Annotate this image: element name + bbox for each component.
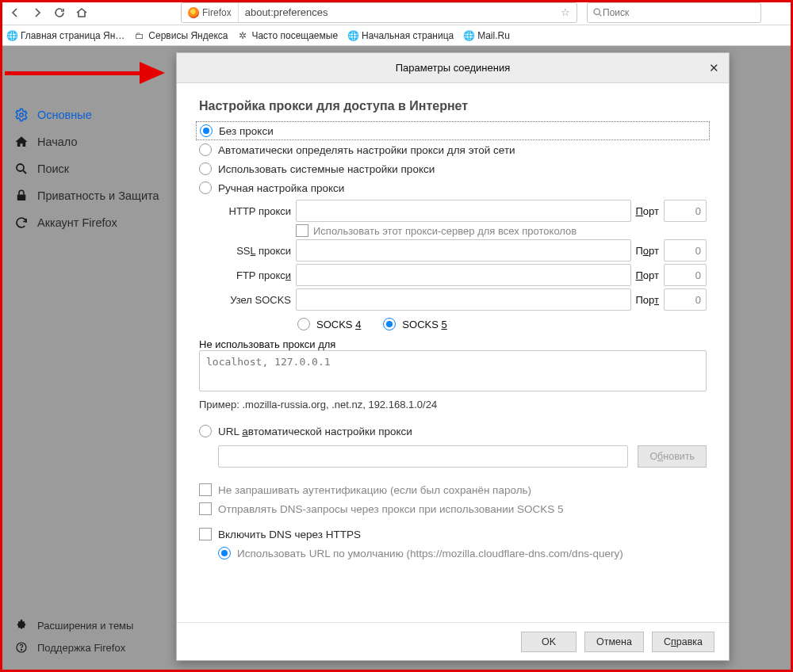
- sidebar-item-general[interactable]: Основные: [2, 101, 177, 128]
- gear-icon: ✲: [237, 30, 248, 41]
- search-input[interactable]: [603, 7, 756, 18]
- check-no-auth[interactable]: Не запрашивать аутентификацию (если был …: [199, 480, 707, 499]
- sidebar-item-privacy[interactable]: Приватность и Защита: [2, 182, 177, 209]
- identity-box[interactable]: Firefox: [182, 3, 239, 22]
- ok-button[interactable]: OK: [521, 632, 577, 652]
- home-button[interactable]: [71, 2, 92, 23]
- bookmark-item[interactable]: ✲Часто посещаемые: [237, 30, 338, 41]
- svg-rect-3: [17, 195, 26, 201]
- bookmark-item[interactable]: 🌐Главная страница Ян…: [6, 30, 125, 41]
- cancel-button[interactable]: Отмена: [584, 632, 644, 652]
- checkbox-icon[interactable]: [296, 224, 308, 237]
- no-proxy-hint: Пример: .mozilla-russia.org, .net.nz, 19…: [199, 399, 707, 410]
- firefox-icon: [188, 7, 199, 18]
- search-icon: [13, 162, 29, 176]
- svg-point-5: [21, 649, 21, 650]
- dialog-body[interactable]: Настройка прокси для доступа в Интернет …: [177, 83, 729, 622]
- radio-socks4[interactable]: [297, 318, 310, 330]
- socks-version-row: SOCKS 4 SOCKS 5: [297, 313, 707, 335]
- forward-button[interactable]: [27, 2, 48, 23]
- globe-icon: 🌐: [463, 30, 474, 41]
- checkbox-icon: [199, 502, 212, 515]
- url-bar[interactable]: Firefox ☆: [181, 2, 577, 23]
- sidebar-item-search[interactable]: Поиск: [2, 155, 177, 182]
- ssl-port-input[interactable]: [664, 239, 707, 262]
- sidebar-label: Аккаунт Firefox: [37, 216, 117, 229]
- radio-icon: [199, 181, 212, 194]
- folder-icon: 🗀: [134, 30, 145, 41]
- check-dns-socks5[interactable]: Отправлять DNS-запросы через прокси при …: [199, 499, 707, 518]
- sidebar-item-account[interactable]: Аккаунт Firefox: [2, 209, 177, 236]
- gear-icon: [13, 108, 29, 122]
- annotation-arrow: [5, 62, 171, 82]
- search-bar[interactable]: [587, 2, 761, 23]
- dialog-header: Параметры соединения ✕: [177, 53, 729, 83]
- http-proxy-input[interactable]: [296, 200, 631, 222]
- bookmark-folder[interactable]: 🗀Сервисы Яндекса: [134, 30, 228, 41]
- socks-proxy-input[interactable]: [296, 288, 631, 311]
- identity-label: Firefox: [202, 7, 232, 18]
- url-input[interactable]: [239, 6, 554, 18]
- svg-point-2: [17, 164, 24, 171]
- sidebar-label: Поддержка Firefox: [37, 642, 125, 654]
- checkbox-icon: [199, 528, 212, 540]
- close-button[interactable]: ✕: [703, 58, 724, 78]
- checkbox-icon: [199, 483, 212, 496]
- radio-no-proxy[interactable]: Без прокси: [196, 121, 710, 140]
- radio-auto-url[interactable]: URL автоматической настройки прокси: [199, 422, 707, 441]
- ftp-proxy-input[interactable]: [296, 264, 631, 286]
- radio-icon: [199, 425, 212, 437]
- use-for-all-label: Использовать этот прокси-сервер для всех…: [313, 225, 577, 237]
- ssl-proxy-input[interactable]: [296, 239, 631, 262]
- socks-proxy-row: Узел SOCKS Порт: [218, 288, 707, 311]
- home-icon: [13, 135, 29, 149]
- http-proxy-label: HTTP прокси: [218, 205, 291, 217]
- sidebar-label: Расширения и темы: [37, 620, 133, 632]
- browser-toolbar: Firefox ☆: [0, 0, 793, 25]
- socks-label: Узел SOCKS: [218, 294, 291, 306]
- socks-port-input[interactable]: [664, 288, 707, 311]
- radio-manual[interactable]: Ручная настройка прокси: [199, 178, 707, 197]
- search-icon: [592, 7, 603, 17]
- dialog-title: Параметры соединения: [396, 62, 510, 74]
- sidebar-item-support[interactable]: Поддержка Firefox: [2, 636, 177, 659]
- back-button[interactable]: [5, 2, 25, 23]
- ftp-proxy-row: FTP прокси Порт: [218, 264, 707, 286]
- sidebar-label: Основные: [37, 109, 92, 121]
- ssl-proxy-row: SSL прокси Порт: [218, 239, 707, 262]
- sidebar-item-addons[interactable]: Расширения и темы: [2, 614, 177, 636]
- radio-system[interactable]: Использовать системные настройки прокси: [199, 159, 707, 178]
- auto-url-row: Обновить: [218, 445, 707, 468]
- bookmark-item[interactable]: 🌐Mail.Ru: [463, 30, 510, 41]
- sidebar-label: Приватность и Защита: [37, 189, 159, 202]
- radio-icon: [199, 162, 212, 175]
- no-proxy-for-label: Не использовать прокси для: [199, 338, 707, 350]
- bookmark-item[interactable]: 🌐Начальная страница: [347, 30, 454, 41]
- bookmark-star-icon[interactable]: ☆: [554, 6, 577, 18]
- sidebar-item-home[interactable]: Начало: [2, 128, 177, 155]
- reload-button[interactable]: [49, 2, 70, 23]
- radio-auto-detect[interactable]: Автоматически определять настройки прокс…: [199, 140, 707, 159]
- lock-icon: [13, 189, 29, 203]
- radio-socks5[interactable]: [383, 318, 396, 330]
- section-title: Настройка прокси для доступа в Интернет: [199, 99, 707, 113]
- help-button[interactable]: Справка: [652, 632, 714, 652]
- http-proxy-row: HTTP прокси Порт: [218, 200, 707, 222]
- svg-point-0: [594, 9, 600, 14]
- sidebar-label: Поиск: [37, 162, 69, 175]
- globe-icon: 🌐: [6, 30, 17, 41]
- reload-button[interactable]: Обновить: [638, 445, 707, 468]
- radio-default-url[interactable]: Использовать URL по умолчанию (https://m…: [218, 544, 707, 563]
- puzzle-icon: [13, 619, 29, 632]
- no-proxy-textarea[interactable]: [199, 350, 707, 391]
- preferences-sidebar: Основные Начало Поиск Приватность и Защи…: [2, 46, 177, 670]
- check-dns-https[interactable]: Включить DNS через HTTPS: [199, 525, 707, 544]
- radio-icon: [218, 547, 231, 559]
- sidebar-label: Начало: [37, 136, 78, 148]
- http-port-input[interactable]: [664, 200, 707, 222]
- auto-url-input[interactable]: [218, 445, 628, 468]
- bookmarks-toolbar: 🌐Главная страница Ян… 🗀Сервисы Яндекса ✲…: [0, 25, 793, 46]
- dialog-footer: OK Отмена Справка: [177, 622, 729, 660]
- radio-icon: [199, 143, 212, 156]
- ftp-port-input[interactable]: [664, 264, 707, 286]
